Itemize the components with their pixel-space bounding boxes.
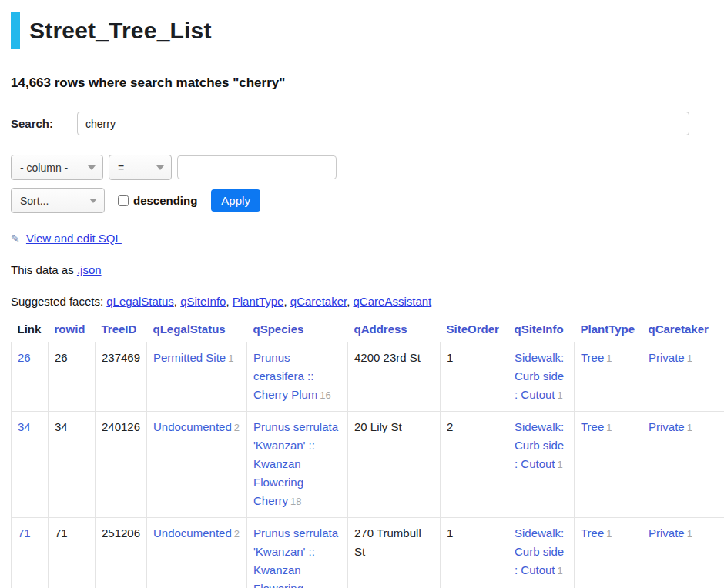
filter-operator-select[interactable]: = — [109, 155, 172, 180]
facet-value-link[interactable]: Undocumented — [153, 526, 232, 540]
cell-planttype: Tree1 — [575, 412, 642, 518]
filter-column-select[interactable]: - column - — [11, 155, 103, 180]
column-header-qcaretaker[interactable]: qCaretaker — [642, 321, 724, 342]
facet-separator: , — [347, 295, 350, 308]
table-header-row: Link rowid TreeID qLegalStatus qSpecies … — [12, 321, 724, 342]
facet-value-link[interactable]: Prunus serrulata 'Kwanzan' :: Kwanzan Fl… — [253, 526, 338, 588]
facet-count: 1 — [558, 565, 563, 576]
facet-value-link[interactable]: Sidewalk: Curb side : Cutout — [515, 526, 564, 576]
cell-siteorder: 1 — [441, 518, 508, 588]
cell-qlegalstatus: Permitted Site1 — [147, 342, 247, 412]
cell-qsiteinfo: Sidewalk: Curb side : Cutout1 — [508, 518, 575, 588]
apply-button[interactable]: Apply — [211, 189, 260, 212]
facets-label: Suggested facets: — [11, 295, 103, 308]
facet-count: 18 — [290, 496, 301, 507]
cell-qspecies: Prunus cerasifera :: Cherry Plum16 — [247, 342, 348, 412]
cell-qspecies: Prunus serrulata 'Kwanzan' :: Kwanzan Fl… — [247, 412, 348, 518]
facet-link-qcareassistant[interactable]: qCareAssistant — [354, 295, 432, 308]
results-table: Link rowid TreeID qLegalStatus qSpecies … — [11, 321, 724, 588]
facet-value-link[interactable]: Sidewalk: Curb side : Cutout — [515, 351, 564, 401]
cell-link: 34 — [12, 412, 49, 518]
descending-label: descending — [133, 194, 197, 207]
facet-value-link[interactable]: Tree — [581, 420, 604, 433]
filter-row: - column - = — [11, 155, 724, 180]
table-row: 26 26 237469 Permitted Site1 Prunus cera… — [12, 342, 724, 412]
chevron-down-icon — [89, 199, 97, 203]
column-header-treeid[interactable]: TreeID — [96, 321, 147, 342]
suggested-facets-line: Suggested facets: qLegalStatus, qSiteInf… — [11, 295, 724, 308]
facet-count: 1 — [687, 528, 692, 540]
column-header-qsiteinfo[interactable]: qSiteInfo — [508, 321, 575, 342]
facet-value-link[interactable]: Permitted Site — [153, 351, 226, 364]
filter-value-input[interactable] — [177, 155, 337, 179]
table-row: 34 34 240126 Undocumented2 Prunus serrul… — [12, 412, 724, 518]
facet-count: 1 — [606, 528, 612, 540]
cell-qcaretaker: Private1 — [642, 412, 724, 518]
data-as-line: This data as .json — [11, 263, 724, 276]
filter-column-value: - column - — [20, 162, 68, 174]
facet-value-link[interactable]: Private — [649, 526, 685, 540]
facet-count: 1 — [687, 352, 692, 364]
facet-count: 1 — [558, 389, 563, 401]
facet-link-qsiteinfo[interactable]: qSiteInfo — [180, 295, 226, 308]
json-link[interactable]: .json — [77, 263, 102, 276]
chevron-down-icon — [88, 165, 96, 170]
facet-count: 1 — [558, 459, 563, 470]
facet-value-link[interactable]: Private — [649, 420, 685, 433]
cell-qaddress: 4200 23rd St — [348, 342, 441, 412]
facet-value-link[interactable]: Private — [649, 351, 685, 364]
column-header-qlegalstatus[interactable]: qLegalStatus — [147, 321, 247, 342]
cell-treeid: 240126 — [96, 412, 147, 518]
row-link[interactable]: 26 — [18, 351, 31, 364]
facet-separator: , — [174, 295, 177, 308]
facet-value-link[interactable]: Undocumented — [153, 420, 232, 433]
cell-rowid: 71 — [49, 518, 96, 588]
row-link[interactable]: 71 — [18, 526, 31, 540]
cell-rowid: 34 — [49, 412, 96, 518]
cell-qspecies: Prunus serrulata 'Kwanzan' :: Kwanzan Fl… — [247, 518, 348, 588]
column-header-planttype[interactable]: PlantType — [575, 321, 642, 342]
cell-qaddress: 270 Trumbull St — [348, 518, 441, 588]
sql-link-line: ✎ View and edit SQL — [11, 232, 724, 245]
facet-link-qlegalstatus[interactable]: qLegalStatus — [106, 295, 174, 308]
search-input[interactable] — [77, 112, 689, 135]
page-header: Street_Tree_List — [11, 12, 724, 49]
facet-value-link[interactable]: Prunus serrulata 'Kwanzan' :: Kwanzan Fl… — [253, 420, 338, 507]
facet-separator: , — [226, 295, 229, 308]
search-label: Search: — [11, 117, 77, 130]
cell-qsiteinfo: Sidewalk: Curb side : Cutout1 — [508, 412, 575, 518]
column-header-qspecies[interactable]: qSpecies — [247, 321, 348, 342]
cell-link: 71 — [12, 518, 49, 588]
pencil-icon: ✎ — [11, 232, 20, 245]
cell-planttype: Tree1 — [575, 518, 642, 588]
facet-value-link[interactable]: Sidewalk: Curb side : Cutout — [515, 420, 564, 470]
sort-select[interactable]: Sort... — [11, 188, 105, 213]
sort-row: Sort... descending Apply — [11, 188, 724, 213]
cell-link: 26 — [12, 342, 49, 412]
facet-value-link[interactable]: Tree — [581, 526, 604, 540]
facet-link-qcaretaker[interactable]: qCaretaker — [290, 295, 347, 308]
filter-operator-value: = — [118, 162, 124, 174]
view-edit-sql-link[interactable]: View and edit SQL — [26, 232, 122, 245]
cell-rowid: 26 — [49, 342, 96, 412]
facet-count: 1 — [606, 352, 612, 364]
facet-count: 2 — [234, 528, 240, 540]
page-title: Street_Tree_List — [29, 18, 212, 44]
facet-separator: , — [283, 295, 287, 308]
search-row: Search: — [11, 112, 689, 135]
chevron-down-icon — [156, 165, 164, 170]
column-header-rowid[interactable]: rowid — [49, 321, 96, 342]
cell-siteorder: 2 — [441, 412, 508, 518]
cell-treeid: 251206 — [96, 518, 147, 588]
cell-treeid: 237469 — [96, 342, 147, 412]
column-header-qaddress[interactable]: qAddress — [348, 321, 441, 342]
facet-value-link[interactable]: Tree — [581, 351, 604, 364]
facet-link-planttype[interactable]: PlantType — [233, 295, 284, 308]
cell-qcaretaker: Private1 — [642, 342, 724, 412]
row-link[interactable]: 34 — [18, 420, 31, 433]
facet-count: 1 — [687, 422, 692, 433]
column-header-link: Link — [12, 321, 49, 342]
facet-value-link[interactable]: Prunus cerasifera :: Cherry Plum — [253, 351, 317, 401]
descending-checkbox[interactable] — [118, 195, 129, 206]
column-header-siteorder[interactable]: SiteOrder — [441, 321, 508, 342]
